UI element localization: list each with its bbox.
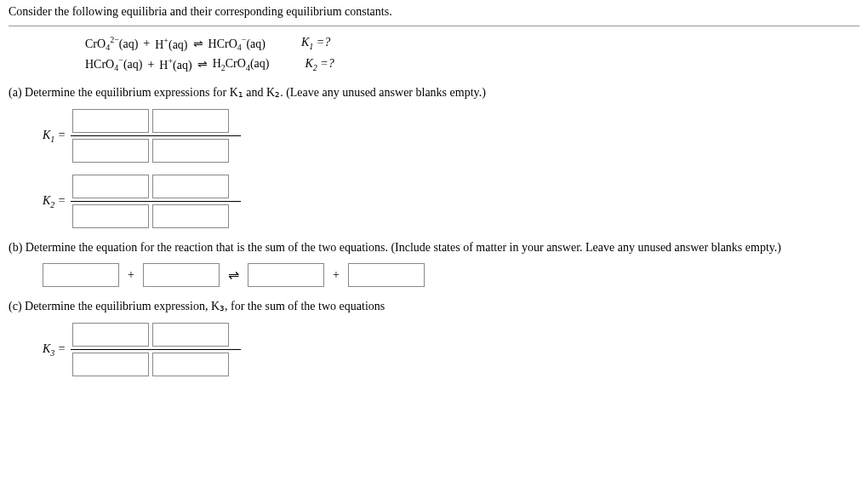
plus-2: + (333, 268, 340, 282)
k2-expression: K2 = (43, 172, 859, 231)
k3-symbol: K3 = (43, 342, 66, 358)
eq2-K: K2 =? (305, 57, 334, 72)
top-divider (9, 26, 859, 26)
k3-numerator-2[interactable] (152, 323, 229, 347)
part-c: (c) Determine the equilibrium expression… (9, 299, 859, 379)
eq2-arrow: ⇌ (197, 57, 208, 72)
intro-text: Consider the following equilibria and th… (9, 5, 859, 19)
eq1-plus: + (143, 37, 150, 50)
k1-denominator-1[interactable] (72, 139, 149, 163)
k3-expression: K3 = (43, 320, 859, 379)
reaction-arrow: ⇌ (228, 267, 239, 283)
part-a: (a) Determine the equilibrium expression… (9, 85, 859, 231)
k2-fraction (71, 172, 241, 231)
eq2-plus: + (147, 58, 154, 72)
plus-1: + (128, 268, 134, 282)
product-1[interactable] (248, 263, 324, 287)
k2-denominator-2[interactable] (152, 204, 229, 228)
eq2-lhs1: HCrO4−(aq) (85, 55, 142, 72)
eq2-rhs1: H2CrO4(aq) (213, 57, 270, 72)
part-b-text: Determine the equation for the reaction … (26, 241, 781, 254)
k3-numerator-1[interactable] (72, 323, 149, 347)
k3-denominator-1[interactable] (72, 353, 149, 376)
k1-numerator-2[interactable] (152, 109, 229, 133)
part-a-text: Determine the equilibrium expressions fo… (25, 86, 486, 99)
k1-fraction (71, 106, 241, 165)
part-b-label: (b) (9, 241, 22, 255)
part-a-label: (a) (9, 86, 22, 100)
k1-numerator-1[interactable] (72, 109, 149, 133)
equilibria-block: CrO42−(aq) + H+(aq) ⇌ HCrO4−(aq) K1 =? H… (85, 35, 859, 73)
k2-denominator-1[interactable] (72, 204, 149, 228)
k3-fraction (71, 320, 241, 379)
k1-expression: K1 = (43, 106, 859, 165)
eq2-lhs2: H+(aq) (159, 56, 191, 72)
eq1-rhs1: HCrO4−(aq) (208, 35, 266, 52)
eq1-lhs2: H+(aq) (155, 36, 187, 52)
eq1-lhs1: CrO42−(aq) (85, 35, 138, 52)
equation-2: HCrO4−(aq) + H+(aq) ⇌ H2CrO4(aq) K2 =? (85, 55, 859, 72)
reactant-2[interactable] (143, 263, 220, 287)
part-c-label: (c) (9, 300, 22, 313)
part-c-text: Determine the equilibrium expression, K₃… (25, 300, 385, 313)
k2-symbol: K2 = (43, 194, 66, 209)
k1-symbol: K1 = (43, 129, 66, 144)
eq1-arrow: ⇌ (193, 37, 203, 51)
reactant-1[interactable] (43, 263, 119, 287)
equation-1: CrO42−(aq) + H+(aq) ⇌ HCrO4−(aq) K1 =? (85, 35, 859, 52)
k2-numerator-1[interactable] (72, 175, 149, 198)
reaction-sum-row: + ⇌ + (43, 263, 859, 287)
k2-numerator-2[interactable] (152, 175, 229, 198)
part-b: (b) Determine the equation for the react… (9, 241, 859, 287)
eq1-K: K1 =? (301, 36, 330, 51)
product-2[interactable] (348, 263, 425, 287)
k3-denominator-2[interactable] (152, 353, 229, 376)
k1-denominator-2[interactable] (152, 139, 229, 163)
